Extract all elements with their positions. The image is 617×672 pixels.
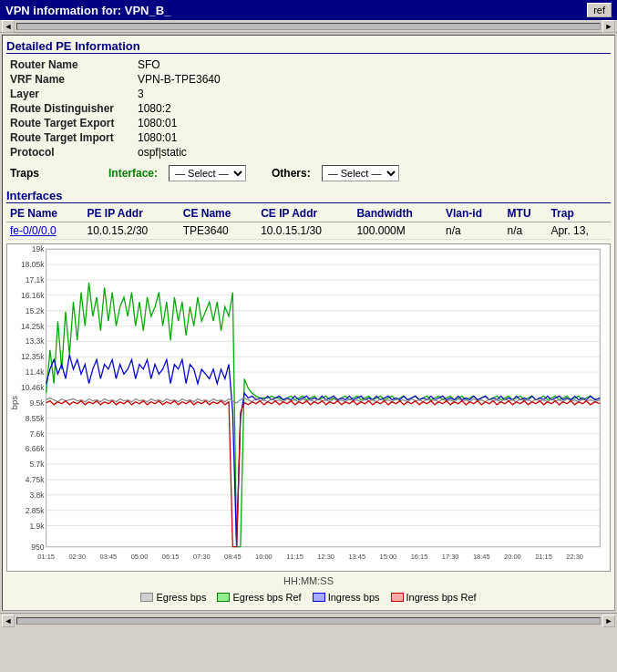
pe-field-value: 1080:2 — [134, 101, 611, 116]
iface-cell: 10.0.15.2/30 — [84, 222, 180, 240]
interfaces-section: Interfaces PE NamePE IP AddrCE NameCE IP… — [6, 189, 611, 606]
pe-info-row: Router NameSFO — [6, 57, 611, 72]
svg-text:07:30: 07:30 — [193, 553, 211, 561]
pe-field-value: ospf|static — [134, 145, 611, 160]
svg-text:17:30: 17:30 — [442, 553, 459, 561]
svg-text:11:15: 11:15 — [286, 553, 303, 561]
pe-info-section: Detailed PE Information Router NameSFOVR… — [6, 39, 611, 183]
svg-text:14.25k: 14.25k — [21, 322, 45, 331]
page-title: VPN information for: VPN_B_ — [5, 4, 170, 17]
svg-text:15:00: 15:00 — [380, 553, 397, 561]
pe-field-value: VPN-B-TPE3640 — [134, 72, 611, 87]
pe-info-row: Route Distinguisher1080:2 — [6, 101, 611, 116]
svg-text:19k: 19k — [32, 244, 46, 253]
svg-text:11.4k: 11.4k — [26, 367, 46, 377]
iface-cell: n/a — [442, 222, 504, 240]
iface-col-header: PE Name — [6, 205, 84, 222]
iface-cell: TPE3640 — [180, 222, 257, 240]
pe-info-row: Route Target Export1080:01 — [6, 116, 611, 130]
pe-field-label: Layer — [6, 87, 134, 101]
svg-text:02:30: 02:30 — [68, 553, 86, 561]
pe-field-value: 1080:01 — [134, 130, 611, 145]
iface-col-header: PE IP Addr — [84, 205, 180, 222]
top-scroll-track[interactable] — [16, 23, 601, 30]
chart-svg: 19k 18.05k 17.1k 16.16k 15.2k 14.25k 13.… — [7, 244, 610, 571]
iface-cell: 100.000M — [353, 222, 442, 240]
svg-text:2.85k: 2.85k — [26, 506, 46, 515]
scroll-right-btn[interactable]: ► — [602, 615, 615, 627]
iface-cell: n/a — [504, 222, 548, 240]
svg-text:5.7k: 5.7k — [29, 460, 45, 469]
svg-text:bps: bps — [9, 396, 19, 409]
svg-text:08:45: 08:45 — [224, 553, 242, 561]
legend-ingress-bps-ref: Ingress bps Ref — [391, 592, 477, 603]
svg-text:12:30: 12:30 — [317, 553, 334, 561]
iface-cell: 10.0.15.1/30 — [257, 222, 353, 240]
pe-field-label: Route Distinguisher — [6, 101, 134, 116]
svg-text:03:45: 03:45 — [100, 553, 118, 561]
pe-field-label: Route Target Export — [6, 116, 134, 130]
pe-field-label: Router Name — [6, 57, 134, 72]
svg-text:13:45: 13:45 — [348, 553, 365, 561]
svg-text:21:15: 21:15 — [535, 553, 552, 561]
pe-field-label: VRF Name — [6, 72, 134, 87]
pe-field-label: Protocol — [6, 145, 134, 160]
top-scroll-left[interactable]: ◄ — [2, 20, 15, 33]
svg-text:20:00: 20:00 — [504, 553, 521, 561]
iface-col-header: CE IP Addr — [257, 205, 353, 222]
svg-text:06:15: 06:15 — [162, 553, 180, 561]
pe-info-row: Layer3 — [6, 87, 611, 101]
iface-row: fe-0/0/0.010.0.15.2/30TPE364010.0.15.1/3… — [6, 222, 611, 240]
svg-text:6.66k: 6.66k — [26, 444, 46, 453]
iface-cell: Apr. 13, — [547, 222, 611, 240]
iface-col-header: MTU — [504, 205, 548, 222]
iface-col-header: Bandwidth — [353, 205, 442, 222]
scroll-track[interactable] — [16, 617, 601, 625]
traps-label: Traps — [10, 167, 101, 180]
pe-field-value: 3 — [134, 87, 611, 101]
ref-button[interactable]: ref — [587, 3, 612, 17]
legend-egress-bps-ref: Egress bps Ref — [217, 592, 301, 603]
svg-text:01:15: 01:15 — [37, 553, 55, 561]
legend-ingress-bps: Ingress bps — [313, 592, 380, 603]
chart-area: 19k 18.05k 17.1k 16.16k 15.2k 14.25k 13.… — [6, 243, 611, 572]
svg-text:18.05k: 18.05k — [21, 260, 45, 269]
others-label: Others: — [272, 167, 311, 180]
svg-text:8.55k: 8.55k — [26, 414, 46, 423]
chart-legend: Egress bps Egress bps Ref Ingress bps In… — [6, 588, 611, 606]
x-axis-label: HH:MM:SS — [6, 574, 611, 588]
svg-text:1.9k: 1.9k — [29, 522, 45, 531]
interfaces-title: Interfaces — [6, 189, 611, 203]
pe-info-row: Protocolospf|static — [6, 145, 611, 160]
svg-text:12.35k: 12.35k — [21, 352, 45, 361]
title-bar: VPN information for: VPN_B_ ref — [0, 0, 617, 20]
pe-field-label: Route Target Import — [6, 130, 134, 145]
svg-text:950: 950 — [31, 543, 45, 552]
svg-text:18:45: 18:45 — [473, 553, 490, 561]
iface-col-header: Vlan-id — [442, 205, 504, 222]
top-scroll-right[interactable]: ► — [602, 20, 615, 33]
iface-col-header: Trap — [547, 205, 611, 222]
interface-select[interactable]: — Select — — [169, 165, 246, 181]
scroll-left-btn[interactable]: ◄ — [2, 615, 15, 627]
pe-info-row: VRF NameVPN-B-TPE3640 — [6, 72, 611, 87]
svg-text:7.6k: 7.6k — [29, 429, 45, 439]
svg-text:16:15: 16:15 — [411, 553, 428, 561]
iface-cell[interactable]: fe-0/0/0.0 — [6, 222, 84, 240]
interface-label: Interface: — [108, 167, 158, 180]
svg-text:10:00: 10:00 — [255, 553, 273, 561]
svg-text:9.5k: 9.5k — [29, 398, 45, 408]
svg-text:4.75k: 4.75k — [26, 475, 46, 484]
svg-text:17.1k: 17.1k — [26, 275, 46, 284]
pe-field-value: 1080:01 — [134, 116, 611, 130]
svg-text:16.16k: 16.16k — [21, 291, 45, 300]
legend-egress-bps: Egress bps — [140, 592, 206, 603]
svg-text:3.8k: 3.8k — [29, 491, 45, 500]
pe-field-value: SFO — [134, 57, 611, 72]
svg-text:05:00: 05:00 — [131, 553, 149, 561]
pe-info-row: Route Target Import1080:01 — [6, 130, 611, 145]
svg-text:22:30: 22:30 — [566, 553, 583, 561]
pe-info-title: Detailed PE Information — [6, 39, 611, 54]
others-select[interactable]: — Select — — [322, 165, 399, 181]
iface-col-header: CE Name — [180, 205, 257, 222]
